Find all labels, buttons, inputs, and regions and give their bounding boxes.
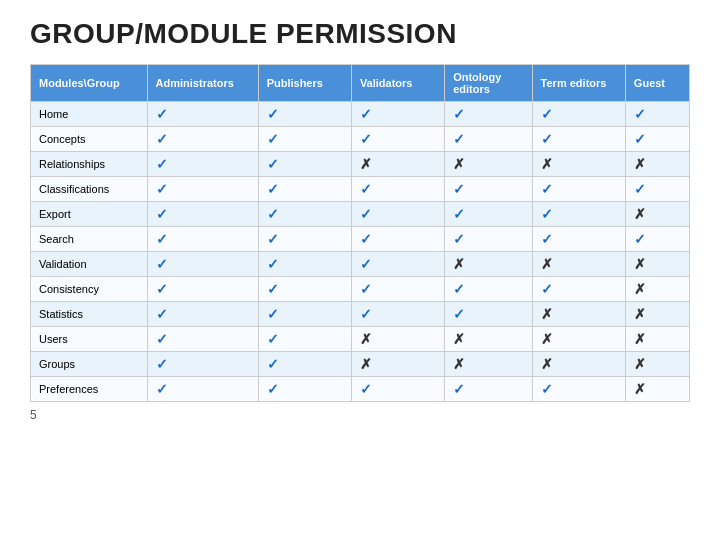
cell-publishers: ✓ xyxy=(258,227,351,252)
cell-publishers: ✓ xyxy=(258,327,351,352)
cell-publishers: ✓ xyxy=(258,152,351,177)
permission-table: Modules\Group Administrators Publishers … xyxy=(30,64,690,402)
table-body: Home✓✓✓✓✓✓Concepts✓✓✓✓✓✓Relationships✓✓✗… xyxy=(31,102,690,402)
col-header-guest: Guest xyxy=(625,65,689,102)
cell-guest: ✗ xyxy=(625,377,689,402)
cell-publishers: ✓ xyxy=(258,352,351,377)
table-header-row: Modules\Group Administrators Publishers … xyxy=(31,65,690,102)
page-container: GROUP/MODULE PERMISSION Modules\Group Ad… xyxy=(0,0,720,432)
cell-admin: ✓ xyxy=(147,302,258,327)
cell-guest: ✗ xyxy=(625,277,689,302)
cell-validators: ✓ xyxy=(351,202,444,227)
cell-admin: ✓ xyxy=(147,327,258,352)
cell-guest: ✗ xyxy=(625,152,689,177)
cell-ontology: ✗ xyxy=(445,327,532,352)
cell-publishers: ✓ xyxy=(258,377,351,402)
cell-validators: ✓ xyxy=(351,127,444,152)
cell-publishers: ✓ xyxy=(258,127,351,152)
col-header-validators: Validators xyxy=(351,65,444,102)
cell-guest: ✗ xyxy=(625,327,689,352)
page-title: GROUP/MODULE PERMISSION xyxy=(30,18,690,50)
cell-module: Users xyxy=(31,327,148,352)
cell-ontology: ✓ xyxy=(445,177,532,202)
cell-validators: ✗ xyxy=(351,327,444,352)
cell-term: ✓ xyxy=(532,177,625,202)
cell-admin: ✓ xyxy=(147,252,258,277)
cell-admin: ✓ xyxy=(147,202,258,227)
col-header-module: Modules\Group xyxy=(31,65,148,102)
cell-ontology: ✓ xyxy=(445,377,532,402)
cell-admin: ✓ xyxy=(147,277,258,302)
cell-admin: ✓ xyxy=(147,152,258,177)
cell-validators: ✓ xyxy=(351,302,444,327)
cell-validators: ✓ xyxy=(351,377,444,402)
cell-guest: ✓ xyxy=(625,127,689,152)
cell-module: Preferences xyxy=(31,377,148,402)
col-header-publishers: Publishers xyxy=(258,65,351,102)
cell-term: ✓ xyxy=(532,127,625,152)
cell-module: Export xyxy=(31,202,148,227)
table-row: Home✓✓✓✓✓✓ xyxy=(31,102,690,127)
table-row: Users✓✓✗✗✗✗ xyxy=(31,327,690,352)
cell-ontology: ✗ xyxy=(445,152,532,177)
cell-module: Consistency xyxy=(31,277,148,302)
cell-term: ✓ xyxy=(532,202,625,227)
cell-publishers: ✓ xyxy=(258,102,351,127)
cell-ontology: ✓ xyxy=(445,277,532,302)
col-header-admin: Administrators xyxy=(147,65,258,102)
cell-validators: ✓ xyxy=(351,102,444,127)
cell-term: ✗ xyxy=(532,327,625,352)
cell-module: Groups xyxy=(31,352,148,377)
table-row: Groups✓✓✗✗✗✗ xyxy=(31,352,690,377)
cell-ontology: ✗ xyxy=(445,352,532,377)
cell-publishers: ✓ xyxy=(258,277,351,302)
cell-term: ✓ xyxy=(532,102,625,127)
cell-term: ✓ xyxy=(532,377,625,402)
cell-module: Relationships xyxy=(31,152,148,177)
cell-validators: ✓ xyxy=(351,277,444,302)
cell-guest: ✗ xyxy=(625,352,689,377)
cell-guest: ✓ xyxy=(625,102,689,127)
cell-admin: ✓ xyxy=(147,377,258,402)
cell-guest: ✗ xyxy=(625,202,689,227)
cell-module: Statistics xyxy=(31,302,148,327)
table-row: Export✓✓✓✓✓✗ xyxy=(31,202,690,227)
table-row: Search✓✓✓✓✓✓ xyxy=(31,227,690,252)
cell-admin: ✓ xyxy=(147,177,258,202)
col-header-term: Term editors xyxy=(532,65,625,102)
cell-ontology: ✓ xyxy=(445,227,532,252)
cell-admin: ✓ xyxy=(147,102,258,127)
cell-guest: ✗ xyxy=(625,302,689,327)
cell-validators: ✗ xyxy=(351,352,444,377)
cell-term: ✗ xyxy=(532,152,625,177)
table-row: Preferences✓✓✓✓✓✗ xyxy=(31,377,690,402)
cell-admin: ✓ xyxy=(147,227,258,252)
cell-ontology: ✓ xyxy=(445,302,532,327)
table-row: Statistics✓✓✓✓✗✗ xyxy=(31,302,690,327)
cell-term: ✓ xyxy=(532,227,625,252)
cell-validators: ✓ xyxy=(351,177,444,202)
cell-validators: ✓ xyxy=(351,227,444,252)
table-row: Validation✓✓✓✗✗✗ xyxy=(31,252,690,277)
cell-publishers: ✓ xyxy=(258,177,351,202)
cell-term: ✗ xyxy=(532,352,625,377)
cell-module: Home xyxy=(31,102,148,127)
cell-publishers: ✓ xyxy=(258,202,351,227)
table-row: Concepts✓✓✓✓✓✓ xyxy=(31,127,690,152)
footer-number: 5 xyxy=(30,408,690,422)
cell-term: ✗ xyxy=(532,302,625,327)
cell-ontology: ✓ xyxy=(445,127,532,152)
cell-publishers: ✓ xyxy=(258,302,351,327)
cell-guest: ✗ xyxy=(625,252,689,277)
cell-publishers: ✓ xyxy=(258,252,351,277)
table-row: Classifications✓✓✓✓✓✓ xyxy=(31,177,690,202)
cell-validators: ✓ xyxy=(351,252,444,277)
cell-module: Validation xyxy=(31,252,148,277)
cell-module: Concepts xyxy=(31,127,148,152)
cell-module: Classifications xyxy=(31,177,148,202)
cell-admin: ✓ xyxy=(147,127,258,152)
cell-guest: ✓ xyxy=(625,227,689,252)
cell-ontology: ✓ xyxy=(445,202,532,227)
cell-module: Search xyxy=(31,227,148,252)
table-row: Consistency✓✓✓✓✓✗ xyxy=(31,277,690,302)
